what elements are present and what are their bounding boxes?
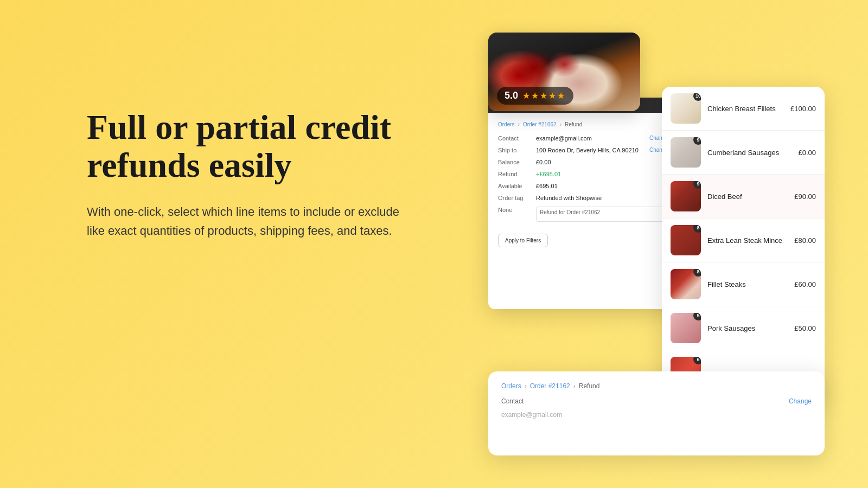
product-thumbnail-mince: 8 [671, 225, 701, 255]
form-value-shipto: 100 Rodeo Dr, Beverly Hills, CA 90210 [536, 147, 649, 153]
form-row-available: Available £695.01 [498, 183, 668, 189]
sub-text: With one-click, select which line items … [87, 202, 401, 240]
breadcrumb-order[interactable]: Order #21062 [523, 121, 557, 127]
breadcrumb-sep2: › [560, 121, 561, 127]
list-item: 9 Diced Beef £90.00 [662, 175, 825, 219]
bottom-form-card: Orders › Order #21162 › Refund Contact C… [488, 371, 825, 455]
breadcrumb-orders[interactable]: Orders [498, 121, 515, 127]
bottom-breadcrumb-orders[interactable]: Orders [501, 382, 521, 390]
product-price: £50.00 [794, 324, 816, 332]
form-label-shipto: Ship to [498, 147, 536, 153]
rating-card: 5.0 ★★★★★ [488, 33, 640, 111]
product-thumbnail-fillet: 8 [671, 269, 701, 299]
form-row-refund: Refund +£695.01 [498, 171, 668, 177]
form-label-contact: Contact [498, 135, 536, 142]
product-thumbnail-cumberland: 9 [671, 137, 701, 168]
left-content-area: Full or partial credit refunds easily Wi… [87, 108, 401, 240]
refund-note-textarea[interactable]: Refund for Order #21062 [536, 207, 668, 222]
bottom-breadcrumb-sep2: › [573, 382, 576, 390]
list-item: 8 Extra Lean Steak Mince £80.00 [662, 219, 825, 262]
product-thumbnail-pork: 5 [671, 313, 701, 343]
list-item: 10 Chicken Breast Fillets £100.00 [662, 87, 825, 131]
product-thumbnail-diced: 9 [671, 181, 701, 211]
product-badge: 5 [693, 313, 701, 320]
product-name: Fillet Steaks [707, 280, 788, 288]
list-item: 5 Pork Sausages £50.00 [662, 306, 825, 350]
contact-label: Contact [501, 397, 524, 405]
breadcrumb-sep1: › [518, 121, 520, 127]
product-price: £60.00 [794, 280, 816, 288]
form-label-balance: Balance [498, 159, 536, 165]
list-item: 9 Cumberland Sausages £0.00 [662, 131, 825, 175]
bottom-breadcrumb-order[interactable]: Order #21162 [530, 382, 570, 390]
browser-window: Orders › Order #21062 › Refund Contact e… [488, 98, 678, 309]
main-heading: Full or partial credit refunds easily [87, 108, 401, 185]
rating-stars: ★★★★★ [522, 91, 566, 101]
form-row-shipto: Ship to 100 Rodeo Dr, Beverly Hills, CA … [498, 147, 668, 153]
rating-card-background: 5.0 ★★★★★ [488, 33, 640, 111]
bottom-breadcrumb-sep1: › [525, 382, 527, 390]
product-thumbnail-chicken: 10 [671, 93, 701, 124]
form-row-contact: Contact example@gmail.com Change [498, 135, 668, 142]
product-list: 10 Chicken Breast Fillets £100.00 9 Cumb… [662, 87, 825, 394]
form-label-refund: Refund [498, 171, 536, 177]
product-name: Chicken Breast Fillets [707, 105, 784, 113]
form-value-refund: +£695.01 [536, 171, 668, 177]
apply-filters-button[interactable]: Apply to Filters [498, 234, 548, 247]
product-badge: 10 [693, 93, 701, 101]
form-row-ordertag: Order tag Refunded with Shopwise [498, 195, 668, 201]
form-row-balance: Balance £0.00 [498, 159, 668, 165]
product-badge: 8 [693, 269, 701, 277]
product-badge: 9 [693, 137, 701, 145]
browser-content: Orders › Order #21062 › Refund Contact e… [488, 113, 678, 256]
product-badge: 6 [693, 357, 701, 364]
product-list-card: 10 Chicken Breast Fillets £100.00 9 Cumb… [662, 87, 825, 407]
product-name: Extra Lean Steak Mince [707, 236, 788, 245]
bottom-breadcrumb-refund: Refund [579, 382, 600, 390]
form-label-note: None [498, 207, 536, 213]
product-price: £100.00 [790, 105, 816, 113]
contact-email-display: example@gmail.com [501, 409, 812, 419]
browser-breadcrumb: Orders › Order #21062 › Refund [498, 121, 668, 127]
contact-change-link[interactable]: Change [789, 397, 812, 405]
product-price: £0.00 [798, 149, 816, 157]
breadcrumb-refund: Refund [565, 121, 582, 127]
form-value-ordertag: Refunded with Shopwise [536, 195, 668, 201]
form-label-available: Available [498, 183, 536, 189]
product-name: Cumberland Sausages [707, 149, 792, 157]
product-name: Pork Sausages [707, 324, 788, 332]
form-label-ordertag: Order tag [498, 195, 536, 201]
product-price-diced-beef: £90.00 [794, 192, 816, 201]
form-value-contact: example@gmail.com [536, 135, 649, 142]
product-badge: 9 [693, 181, 701, 189]
contact-row: Contact Change [501, 397, 812, 405]
form-value-balance: £0.00 [536, 159, 668, 165]
form-row-note: None Refund for Order #21062 [498, 207, 668, 222]
rating-score: 5.0 [505, 90, 518, 101]
product-name-diced-beef: Diced Beef [707, 192, 788, 201]
bottom-breadcrumb: Orders › Order #21162 › Refund [501, 382, 812, 390]
rating-badge: 5.0 ★★★★★ [497, 87, 573, 105]
form-value-available: £695.01 [536, 183, 668, 189]
product-badge: 8 [693, 225, 701, 233]
right-ui-area: 5.0 ★★★★★ Orders › Order #21062 › Refund… [488, 33, 825, 455]
product-price: £80.00 [794, 236, 816, 245]
contact-email-value: example@gmail.com [501, 411, 562, 419]
list-item: 8 Fillet Steaks £60.00 [662, 262, 825, 306]
